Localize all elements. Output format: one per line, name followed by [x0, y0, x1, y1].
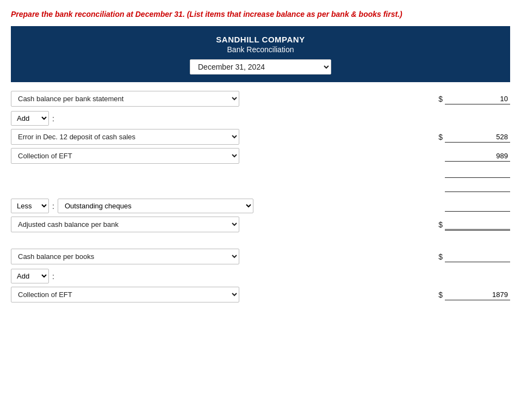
books-add-colon: :	[52, 272, 54, 281]
bank-blank-row	[11, 181, 510, 192]
bank-item1-select-wrapper[interactable]: Error in Dec. 12 deposit of cash sales	[11, 129, 239, 145]
adjusted-bank-select[interactable]: Adjusted cash balance per bank	[11, 217, 239, 232]
bank-item2-input[interactable]	[445, 151, 510, 162]
bank-blank-input[interactable]	[445, 181, 510, 192]
company-name: SANDHILL COMPANY	[16, 35, 505, 44]
books-item1-select[interactable]: Collection of EFT	[11, 287, 239, 302]
adjusted-bank-row: Adjusted cash balance per bank $	[11, 217, 510, 232]
bank-item1-dollar: $	[432, 133, 443, 141]
books-item1-row: Collection of EFT $	[11, 287, 510, 302]
bank-item2-select-wrapper[interactable]: Collection of EFT	[11, 148, 239, 164]
books-balance-select-wrapper[interactable]: Cash balance per books	[11, 249, 239, 264]
bank-less-colon: :	[52, 202, 54, 211]
books-add-row: Add Less :	[11, 269, 510, 283]
bank-item2-row: Collection of EFT	[11, 148, 510, 164]
bank-subtotal-row	[11, 167, 510, 178]
instruction: Prepare the bank reconciliation at Decem…	[11, 10, 510, 18]
bank-less-select[interactable]: Less Add	[11, 199, 49, 213]
bank-item1-input[interactable]	[445, 132, 510, 143]
bank-item1-select[interactable]: Error in Dec. 12 deposit of cash sales	[11, 129, 239, 145]
bank-add-row: Add Less :	[11, 111, 510, 126]
books-item1-dollar: $	[432, 291, 443, 299]
bank-balance-select-wrapper[interactable]: Cash balance per bank statement	[11, 91, 239, 107]
bank-balance-row: Cash balance per bank statement $	[11, 91, 510, 107]
bank-balance-select[interactable]: Cash balance per bank statement	[11, 91, 239, 107]
instruction-prefix: Prepare the bank reconciliation at Decem…	[11, 10, 187, 18]
bank-subtotal-input[interactable]	[445, 167, 510, 178]
bank-add-colon: :	[52, 114, 54, 123]
books-balance-input[interactable]	[445, 251, 510, 262]
adjusted-bank-dollar: $	[432, 220, 443, 229]
books-item1-select-wrapper[interactable]: Collection of EFT	[11, 287, 239, 302]
books-balance-dollar: $	[432, 252, 443, 261]
adjusted-bank-select-wrapper[interactable]: Adjusted cash balance per bank	[11, 217, 239, 232]
bank-balance-input[interactable]	[445, 94, 510, 104]
outstanding-cheques-input[interactable]	[445, 201, 510, 212]
adjusted-bank-input[interactable]	[445, 219, 510, 231]
header-box: SANDHILL COMPANY Bank Reconciliation Dec…	[11, 26, 510, 82]
books-balance-select[interactable]: Cash balance per books	[11, 249, 239, 264]
outstanding-cheques-select[interactable]: Outstanding cheques	[58, 199, 253, 213]
books-item1-input[interactable]	[445, 289, 510, 300]
books-add-select[interactable]: Add Less	[11, 269, 49, 283]
bank-less-row: Less Add : Outstanding cheques	[11, 199, 510, 213]
bank-item1-row: Error in Dec. 12 deposit of cash sales $	[11, 129, 510, 145]
bank-add-select[interactable]: Add Less	[11, 111, 49, 126]
bank-balance-dollar: $	[432, 95, 443, 103]
report-title: Bank Reconciliation	[16, 45, 505, 54]
books-balance-row: Cash balance per books $	[11, 249, 510, 264]
bank-item2-select[interactable]: Collection of EFT	[11, 148, 239, 164]
instruction-highlight: (List items that increase balance as per…	[187, 10, 402, 18]
date-select[interactable]: December 31, 2024	[190, 59, 331, 75]
